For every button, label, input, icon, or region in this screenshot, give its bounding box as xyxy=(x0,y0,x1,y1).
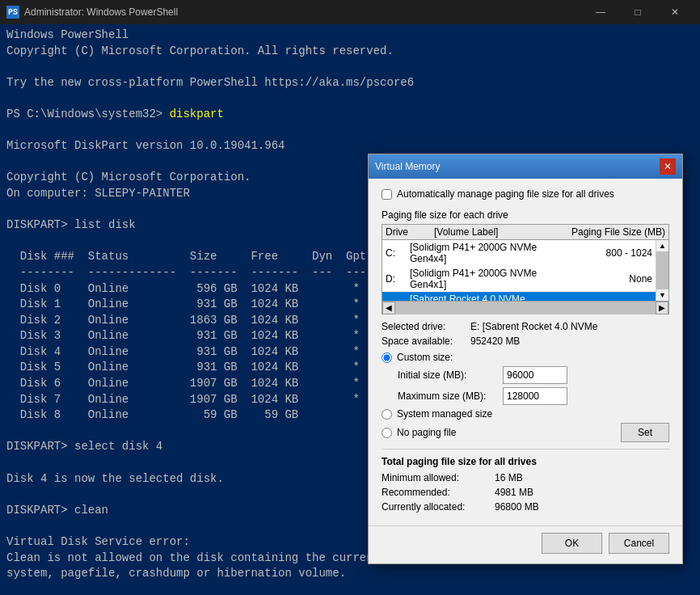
initial-size-row: Initial size (MB): xyxy=(398,366,669,384)
custom-size-row: Custom size: xyxy=(382,352,669,363)
ps-icon: PS xyxy=(6,6,19,19)
vm-footer: OK Cancel xyxy=(369,525,682,563)
minimum-value: 16 MB xyxy=(495,472,523,483)
allocated-value: 96800 MB xyxy=(495,501,539,513)
max-size-input[interactable] xyxy=(503,387,567,405)
vm-dialog-title: Virtual Memory xyxy=(375,161,440,172)
auto-manage-checkbox[interactable] xyxy=(382,189,392,200)
col-size-header: Paging File Size (MB) xyxy=(560,226,665,238)
selected-drive-value: E: [Sabrent Rocket 4.0 NVMe xyxy=(470,321,597,332)
scroll-down-arrow[interactable]: ▼ xyxy=(657,289,668,301)
col-drive-header: Drive xyxy=(386,226,434,238)
vm-dialog-body: Automatically manage paging file size fo… xyxy=(369,179,682,525)
paging-section-label: Paging file size for each drive xyxy=(382,209,669,221)
col-label-header: [Volume Label] xyxy=(434,226,560,238)
drive-list-scrollbar[interactable]: ▲ ▼ xyxy=(656,240,668,301)
ps-titlebar: PS Administrator: Windows PowerShell — □… xyxy=(0,0,700,24)
minimum-label: Minimum allowed: xyxy=(382,472,495,483)
initial-size-label: Initial size (MB): xyxy=(398,369,503,381)
vm-titlebar: Virtual Memory ✕ xyxy=(369,154,682,179)
initial-size-input[interactable] xyxy=(503,366,567,384)
drive-table-header: Drive [Volume Label] Paging File Size (M… xyxy=(382,225,668,240)
drive-list-hscroll[interactable]: ◀ ▶ xyxy=(382,301,668,314)
no-paging-label[interactable]: No paging file xyxy=(397,427,456,438)
hscroll-track[interactable] xyxy=(395,302,656,314)
system-managed-label[interactable]: System managed size xyxy=(397,408,492,420)
system-managed-radio[interactable] xyxy=(382,409,392,420)
drive-table: Drive [Volume Label] Paging File Size (M… xyxy=(382,224,669,314)
recommended-value: 4981 MB xyxy=(495,487,533,498)
titlebar-controls: — □ ✕ xyxy=(582,0,694,24)
minimize-button[interactable]: — xyxy=(582,0,619,24)
drive-row-e[interactable]: E: [Sabrent Rocket 4.0 NVMe Gen4x4] 9600… xyxy=(382,292,656,301)
drive-row-c[interactable]: C: [Solidigm P41+ 2000G NVMe Gen4x4] 800… xyxy=(382,240,656,266)
maximize-button[interactable]: □ xyxy=(619,0,656,24)
set-button[interactable]: Set xyxy=(621,423,669,442)
ps-titlebar-left: PS Administrator: Windows PowerShell xyxy=(6,6,178,19)
ps-title-text: Administrator: Windows PowerShell xyxy=(24,6,178,18)
recommended-label: Recommended: xyxy=(382,487,495,498)
space-available-label: Space available: xyxy=(382,335,470,347)
space-available-info: Space available: 952420 MB xyxy=(382,335,669,347)
custom-size-inputs: Initial size (MB): Maximum size (MB): xyxy=(398,366,669,405)
cancel-button[interactable]: Cancel xyxy=(609,533,669,554)
ok-button[interactable]: OK xyxy=(542,533,602,554)
close-button[interactable]: ✕ xyxy=(656,0,694,24)
hscroll-left-arrow[interactable]: ◀ xyxy=(382,302,395,314)
selected-drive-info: Selected drive: E: [Sabrent Rocket 4.0 N… xyxy=(382,321,669,332)
drive-list[interactable]: C: [Solidigm P41+ 2000G NVMe Gen4x4] 800… xyxy=(382,240,656,301)
total-section-label: Total paging file size for all drives xyxy=(382,456,669,467)
divider xyxy=(382,449,669,449)
max-size-row: Maximum size (MB): xyxy=(398,387,669,405)
custom-size-label[interactable]: Custom size: xyxy=(397,352,453,363)
hscroll-right-arrow[interactable]: ▶ xyxy=(656,302,668,314)
allocated-label: Currently allocated: xyxy=(382,501,495,513)
auto-manage-row: Automatically manage paging file size fo… xyxy=(382,188,669,200)
size-options-group: Custom size: Initial size (MB): Maximum … xyxy=(382,352,669,442)
drive-row-d[interactable]: D: [Solidigm P41+ 2000G NVMe Gen4x1] Non… xyxy=(382,266,656,292)
scroll-up-arrow[interactable]: ▲ xyxy=(657,240,668,251)
max-size-label: Maximum size (MB): xyxy=(398,390,503,402)
minimum-row: Minimum allowed: 16 MB xyxy=(382,472,669,483)
selected-drive-label: Selected drive: xyxy=(382,321,470,332)
no-paging-row: No paging file Set xyxy=(382,423,669,442)
allocated-row: Currently allocated: 96800 MB xyxy=(382,501,669,513)
total-paging-section: Total paging file size for all drives Mi… xyxy=(382,456,669,513)
virtual-memory-dialog: Virtual Memory ✕ Automatically manage pa… xyxy=(368,154,683,564)
custom-size-radio[interactable] xyxy=(382,352,392,363)
recommended-row: Recommended: 4981 MB xyxy=(382,487,669,498)
system-managed-row: System managed size xyxy=(382,408,669,420)
space-available-value: 952420 MB xyxy=(470,335,520,347)
no-paging-radio[interactable] xyxy=(382,428,392,438)
auto-manage-label[interactable]: Automatically manage paging file size fo… xyxy=(397,188,614,200)
vm-close-button[interactable]: ✕ xyxy=(660,158,676,175)
